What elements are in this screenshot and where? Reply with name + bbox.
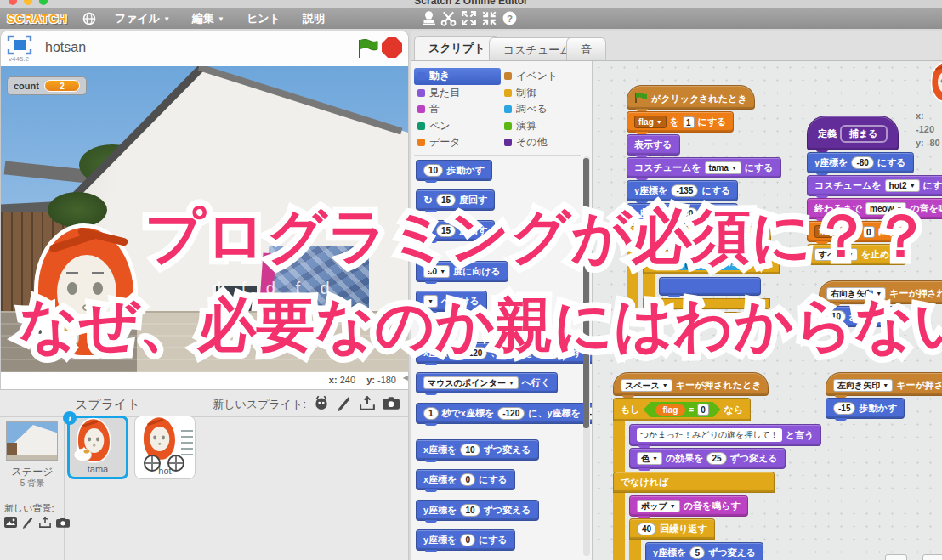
block-repeat-40[interactable]: 40回繰り返す y座標を5ずつ変える もし hot▼ に触れた bbox=[629, 518, 797, 560]
stop-button[interactable] bbox=[382, 37, 402, 58]
scripts-workspace[interactable]: がクリックされたとき flag▼ を 1 にする 表示する コスチュームを ta… bbox=[593, 61, 942, 560]
tab-scripts[interactable]: スクリプト bbox=[414, 36, 500, 60]
block-switch-costume-hot2[interactable]: コスチュームを hot2▼ にする bbox=[807, 175, 942, 196]
value-input[interactable]: 0 bbox=[697, 404, 709, 416]
number-input[interactable]: 10 bbox=[826, 310, 846, 323]
block-move-steps[interactable]: 10歩動かす bbox=[416, 160, 492, 181]
number-input[interactable]: 1 bbox=[423, 407, 439, 420]
duplicate-stamp-icon[interactable] bbox=[423, 11, 435, 25]
block-switch-costume-tama[interactable]: コスチュームを tama▼ にする bbox=[627, 157, 781, 178]
if-row[interactable]: もし ▼に触れた なら bbox=[643, 250, 780, 274]
category-sensing[interactable]: 調べる bbox=[501, 101, 587, 118]
number-input[interactable]: 0 bbox=[460, 534, 475, 546]
hidden-motion-block[interactable] bbox=[659, 277, 761, 296]
delete-scissors-icon[interactable] bbox=[441, 11, 456, 25]
block-set-flag-0[interactable]: flag▼ を 0 にする bbox=[807, 221, 914, 242]
costume-dropdown[interactable]: tama▼ bbox=[705, 161, 741, 174]
forever-arm[interactable]: ⟳ bbox=[627, 312, 773, 323]
hat-when-space-key[interactable]: スペース▼ キーが押されたとき bbox=[613, 372, 769, 396]
block-play-sound-pop[interactable]: ポップ▼ の音を鳴らす bbox=[629, 495, 748, 517]
paint-new-sprite-icon[interactable] bbox=[337, 395, 352, 413]
category-more-blocks[interactable]: その他 bbox=[501, 134, 587, 151]
block-if-touching[interactable]: もし ▼に触れた なら bbox=[643, 250, 780, 309]
number-input[interactable]: -120 bbox=[497, 407, 525, 420]
block-change-y-5[interactable]: y座標を5ずつ変える bbox=[645, 542, 763, 560]
key-dropdown[interactable]: スペース▼ bbox=[621, 379, 672, 392]
touch-target-dropdown[interactable]: ▼ bbox=[685, 256, 700, 269]
number-input[interactable]: 0 bbox=[460, 473, 475, 486]
category-control[interactable]: 制御 bbox=[501, 85, 587, 102]
block-set-flag-1[interactable]: flag▼ を 1 にする bbox=[627, 111, 734, 133]
language-globe-icon[interactable] bbox=[82, 12, 96, 25]
hat-define-catch[interactable]: 定義 捕まる bbox=[807, 116, 899, 150]
shrink-sprite-icon[interactable] bbox=[482, 11, 497, 25]
hat-when-flag-clicked[interactable]: がクリックされたとき bbox=[627, 85, 755, 110]
palette-scrollbar-thumb[interactable] bbox=[583, 158, 589, 428]
key-dropdown[interactable]: 右向き矢印▼ bbox=[826, 287, 886, 300]
number-input[interactable]: 10 bbox=[460, 444, 480, 456]
sprite-tile-hot[interactable]: hot bbox=[134, 416, 196, 479]
variable-dropdown[interactable]: flag▼ bbox=[814, 225, 847, 238]
camera-sprite-icon[interactable] bbox=[383, 396, 400, 412]
number-input[interactable]: 5 bbox=[689, 546, 705, 559]
project-name[interactable]: hotsan bbox=[45, 40, 86, 55]
camera-backdrop-icon[interactable] bbox=[56, 516, 70, 531]
sound-dropdown[interactable]: meow▼ bbox=[865, 202, 906, 215]
if-arm[interactable] bbox=[643, 298, 770, 309]
number-input[interactable]: 15 bbox=[436, 224, 456, 237]
category-operators[interactable]: 演算 bbox=[501, 118, 587, 135]
block-set-y[interactable]: y座標を0にする bbox=[416, 529, 515, 551]
block-set-x[interactable]: x座標を0にする bbox=[416, 469, 515, 490]
category-looks[interactable]: 見た目 bbox=[414, 85, 501, 102]
block-turn-cw[interactable]: ↻15度回す bbox=[416, 189, 495, 211]
variable-flag[interactable]: flag bbox=[655, 404, 686, 416]
block-help-icon[interactable]: ? bbox=[502, 11, 517, 25]
target-dropdown[interactable]: ▼ bbox=[423, 295, 438, 308]
block-stop-all[interactable]: すべて▼ を止める bbox=[807, 244, 906, 265]
number-input[interactable]: -80 bbox=[851, 156, 873, 169]
number-input[interactable]: 10 bbox=[460, 504, 480, 517]
tab-sounds[interactable]: 音 bbox=[566, 37, 606, 60]
block-move--15[interactable]: -15歩動かす bbox=[826, 398, 905, 419]
category-events[interactable]: イベント bbox=[501, 68, 587, 85]
forever-label[interactable]: ずっと bbox=[627, 226, 771, 247]
zoom-out-button[interactable] bbox=[885, 554, 907, 560]
stop-dropdown[interactable]: すべて▼ bbox=[814, 248, 858, 261]
value-input[interactable]: 1 bbox=[683, 116, 695, 128]
number-input[interactable]: -80 bbox=[537, 347, 559, 359]
block-say[interactable]: つかまった！みどりの旗を押して！ と言う bbox=[629, 424, 821, 446]
block-point-direction[interactable]: 90▼度に向ける bbox=[416, 261, 508, 282]
number-input[interactable]: -120 bbox=[460, 347, 487, 359]
block-turn-ccw[interactable]: ↺15度回す bbox=[416, 220, 495, 241]
block-change-y[interactable]: y座標を10ずつ変える bbox=[416, 500, 539, 521]
green-flag-button[interactable] bbox=[356, 37, 378, 63]
block-set-y--80[interactable]: y座標を-80にする bbox=[807, 152, 914, 173]
menu-about[interactable]: 説明 bbox=[303, 11, 325, 26]
stage-thumbnail[interactable] bbox=[6, 421, 58, 461]
category-motion[interactable]: 動き bbox=[414, 68, 501, 85]
number-input[interactable]: -120 bbox=[671, 207, 698, 220]
if-row[interactable]: もし flag = 0 なら bbox=[613, 398, 751, 421]
block-set-x--120[interactable]: x座標を-120にする bbox=[627, 203, 738, 224]
number-input[interactable]: -135 bbox=[671, 184, 698, 197]
paint-new-backdrop-icon[interactable] bbox=[22, 516, 34, 531]
hat-when-left-key[interactable]: 左向き矢印▼ キーが押されたとき bbox=[826, 372, 942, 396]
sprite-library-icon[interactable] bbox=[314, 395, 329, 413]
category-sound[interactable]: 音 bbox=[414, 101, 501, 118]
block-move-10[interactable]: 10歩動かす bbox=[819, 306, 895, 327]
number-input[interactable]: 25 bbox=[706, 452, 726, 465]
block-goto-xy[interactable]: x座標を-120、y座標を-80にする bbox=[416, 342, 593, 364]
sprite-tile-tama[interactable]: i tama bbox=[67, 416, 128, 479]
stage-canvas[interactable]: d f d f d count 2 bbox=[1, 66, 408, 372]
say-text-input[interactable]: つかまった！みどりの旗を押して！ bbox=[637, 428, 782, 442]
number-input[interactable]: -15 bbox=[833, 402, 855, 415]
value-input[interactable]: 0 bbox=[863, 226, 875, 238]
variable-dropdown[interactable]: flag▼ bbox=[634, 116, 667, 128]
block-if-else[interactable]: もし flag = 0 なら つかまった！みどりの旗を押して！ と言う bbox=[613, 398, 821, 560]
menu-edit[interactable]: 編集▼ bbox=[192, 11, 224, 26]
menu-file[interactable]: ファイル▼ bbox=[115, 11, 170, 26]
hat-when-right-key[interactable]: 右向き矢印▼ キーが押されたとき bbox=[819, 280, 942, 304]
number-input[interactable]: 40 bbox=[637, 523, 656, 535]
sound-dropdown[interactable]: ポップ▼ bbox=[637, 500, 680, 512]
block-change-x[interactable]: x座標を10ずつ変える bbox=[416, 439, 539, 461]
